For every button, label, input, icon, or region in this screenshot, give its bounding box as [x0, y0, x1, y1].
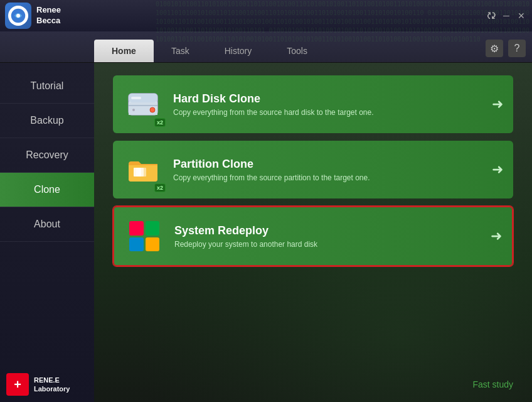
hard-disk-clone-content: Hard Disk Clone Copy everything from the…	[173, 92, 486, 117]
partition-badge: x2	[154, 183, 166, 192]
app-name: Renee Becca	[36, 5, 61, 26]
title-bar-controls: 🗘 ─ ✕	[486, 10, 527, 21]
hard-disk-badge: x2	[154, 118, 166, 127]
tab-history[interactable]: History	[207, 40, 270, 62]
svg-rect-8	[131, 97, 141, 99]
system-redeploy-title: System Redeploy	[174, 224, 484, 237]
restore-button[interactable]: 🗘	[486, 10, 497, 21]
minimize-button[interactable]: ─	[501, 10, 512, 21]
close-button[interactable]: ✕	[516, 10, 527, 21]
system-redeploy-arrow: ➜	[491, 228, 502, 244]
title-bar: Renee Becca 0100101010011010100101001101…	[0, 0, 532, 31]
nav-icons: ⚙ ?	[486, 40, 526, 57]
partition-clone-content: Partition Clone Copy everything from the…	[173, 158, 486, 182]
sidebar-item-backup[interactable]: Backup	[0, 104, 94, 138]
sidebar: Tutorial Backup Recovery Clone About + R…	[0, 63, 94, 402]
tab-tools[interactable]: Tools	[269, 40, 325, 62]
system-redeploy-content: System Redeploy Redeploy your system to …	[174, 224, 484, 249]
tab-task[interactable]: Task	[154, 40, 207, 62]
sidebar-footer-text: RENE.E Laboratory	[34, 376, 70, 394]
hard-disk-clone-title: Hard Disk Clone	[173, 92, 486, 106]
partition-clone-icon: x2	[123, 149, 163, 190]
sidebar-item-about[interactable]: About	[0, 207, 94, 242]
hard-disk-clone-desc: Copy everything from the source hard dis…	[173, 108, 486, 117]
svg-point-6	[150, 107, 155, 112]
system-redeploy-desc: Redeploy your system to another hard dis…	[174, 240, 484, 249]
sidebar-item-recovery[interactable]: Recovery	[0, 138, 94, 173]
hard-disk-clone-card[interactable]: x2 Hard Disk Clone Copy everything from …	[113, 75, 513, 133]
hard-disk-clone-icon: x2	[123, 84, 163, 124]
tab-home[interactable]: Home	[94, 40, 154, 62]
nav-bar: Home Task History Tools ⚙ ?	[0, 31, 532, 63]
system-redeploy-icon	[124, 216, 164, 256]
sidebar-item-clone[interactable]: Clone	[0, 173, 94, 207]
settings-button[interactable]: ⚙	[486, 40, 503, 57]
sidebar-footer: + RENE.E Laboratory	[0, 367, 94, 402]
sidebar-item-tutorial[interactable]: Tutorial	[0, 69, 94, 104]
sidebar-logo: +	[6, 373, 29, 396]
svg-rect-11	[139, 168, 146, 177]
partition-clone-arrow: ➜	[492, 161, 503, 178]
svg-point-1	[16, 14, 20, 18]
hard-disk-clone-arrow: ➜	[492, 96, 503, 112]
content-area: x2 Hard Disk Clone Copy everything from …	[94, 63, 532, 402]
fast-study-link[interactable]: Fast study	[472, 379, 513, 389]
partition-clone-desc: Copy everything from the source partitio…	[173, 173, 486, 182]
app-logo-inner	[8, 6, 28, 26]
help-button[interactable]: ?	[508, 40, 526, 57]
svg-point-7	[132, 109, 135, 111]
app-logo	[5, 3, 31, 29]
partition-clone-title: Partition Clone	[173, 158, 486, 171]
main-layout: Tutorial Backup Recovery Clone About + R…	[0, 63, 532, 402]
partition-clone-card[interactable]: x2 Partition Clone Copy everything from …	[113, 141, 513, 198]
svg-rect-5	[129, 105, 157, 106]
system-redeploy-card[interactable]: System Redeploy Redeploy your system to …	[113, 206, 513, 266]
